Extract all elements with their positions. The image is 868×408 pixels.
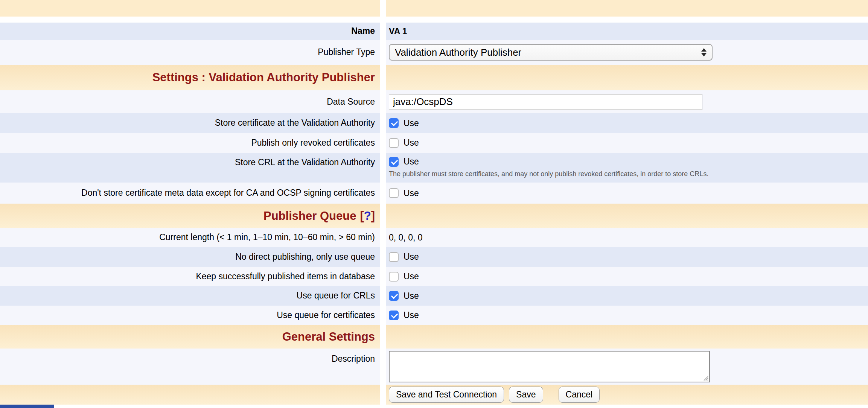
table-row-name: Name VA 1 [0, 23, 868, 40]
store-crl-note: The publisher must store certificates, a… [389, 170, 708, 178]
use-queue-crls-checkbox[interactable] [389, 291, 399, 301]
table-row-publisher-type: Publisher Type Validation Authority Publ… [0, 40, 868, 65]
data-source-label: Data Source [327, 97, 375, 107]
data-source-input[interactable] [389, 94, 702, 110]
section-header-publisher-queue: Publisher Queue[?] [0, 204, 868, 228]
save-and-test-connection-button[interactable]: Save and Test Connection [389, 387, 504, 403]
general-settings-header-title: General Settings [282, 330, 375, 344]
publisher-type-label: Publisher Type [318, 47, 375, 58]
use-queue-certificates-checkbox-label: Use [404, 310, 419, 320]
store-crl-label: Store CRL at the Validation Authority [235, 157, 375, 168]
name-label: Name [351, 26, 375, 37]
store-certificate-checkbox-label: Use [404, 118, 419, 128]
save-button[interactable]: Save [509, 387, 543, 403]
page-footer-row [0, 405, 868, 408]
section-header-general-settings: General Settings [0, 325, 868, 349]
table-row-use-queue-crls: Use queue for CRLs Use [0, 286, 868, 306]
publisher-queue-header-title: Publisher Queue [263, 209, 356, 223]
publisher-queue-help-link[interactable]: ? [364, 209, 371, 223]
top-header-strip-right [386, 0, 868, 17]
select-updown-arrows-icon [701, 48, 707, 56]
dont-store-meta-checkbox[interactable] [389, 188, 399, 198]
dont-store-meta-label: Don't store certificate meta data except… [81, 188, 375, 198]
edit-publisher-page: Name VA 1 Publisher Type Validation Auth… [0, 0, 868, 408]
description-label: Description [332, 354, 375, 364]
table-row-dont-store-meta: Don't store certificate meta data except… [0, 183, 868, 204]
help-bracket-close: ] [371, 209, 375, 223]
table-row-description: Description [0, 349, 868, 385]
use-queue-crls-checkbox-label: Use [404, 291, 419, 301]
publisher-type-selected-value: Validation Authority Publisher [395, 47, 521, 58]
publish-only-revoked-checkbox[interactable] [389, 138, 399, 148]
no-direct-publishing-checkbox[interactable] [389, 252, 399, 262]
name-value: VA 1 [389, 26, 407, 37]
store-crl-checkbox-label: Use [404, 157, 419, 167]
table-top-gap [0, 17, 868, 23]
keep-published-label: Keep successfully published items in dat… [196, 271, 375, 282]
store-certificate-label: Store certificate at the Validation Auth… [215, 118, 375, 128]
publish-only-revoked-checkbox-label: Use [404, 138, 419, 148]
keep-published-checkbox-label: Use [404, 271, 419, 282]
top-header-strip-left [0, 0, 380, 17]
use-queue-certificates-label: Use queue for certificates [277, 310, 375, 321]
description-textarea[interactable] [389, 351, 710, 382]
table-row-publish-only-revoked: Publish only revoked certificates Use [0, 133, 868, 153]
table-row-data-source: Data Source [0, 90, 868, 113]
table-row-keep-published: Keep successfully published items in dat… [0, 267, 868, 286]
keep-published-checkbox[interactable] [389, 272, 399, 282]
resize-grip-icon[interactable] [702, 375, 709, 381]
no-direct-publishing-checkbox-label: Use [404, 252, 419, 262]
use-queue-crls-label: Use queue for CRLs [297, 291, 375, 301]
settings-header-title: Settings : Validation Authority Publishe… [152, 71, 375, 84]
no-direct-publishing-label: No direct publishing, only use queue [235, 252, 375, 262]
table-row-use-queue-certificates: Use queue for certificates Use [0, 306, 868, 325]
table-row-store-crl: Store CRL at the Validation Authority Us… [0, 153, 868, 183]
cancel-button[interactable]: Cancel [559, 387, 600, 403]
current-length-value: 0, 0, 0, 0 [389, 233, 423, 243]
table-row-current-length: Current length (< 1 min, 1–10 min, 10–60… [0, 228, 868, 247]
publish-only-revoked-label: Publish only revoked certificates [251, 138, 375, 148]
table-row-store-certificate: Store certificate at the Validation Auth… [0, 113, 868, 133]
current-length-label: Current length (< 1 min, 1–10 min, 10–60… [159, 232, 375, 243]
publisher-type-select[interactable]: Validation Authority Publisher [389, 44, 713, 61]
use-queue-certificates-checkbox[interactable] [389, 311, 399, 320]
dont-store-meta-checkbox-label: Use [404, 188, 419, 198]
top-header-strip [0, 0, 868, 17]
table-row-buttons: Save and Test Connection Save Cancel [0, 385, 868, 405]
section-header-settings: Settings : Validation Authority Publishe… [0, 65, 868, 90]
help-bracket-open: [ [360, 209, 364, 223]
footer-blue-strip [0, 405, 54, 408]
store-crl-checkbox[interactable] [389, 157, 399, 167]
store-certificate-checkbox[interactable] [389, 118, 399, 128]
table-row-no-direct-publishing: No direct publishing, only use queue Use [0, 247, 868, 267]
